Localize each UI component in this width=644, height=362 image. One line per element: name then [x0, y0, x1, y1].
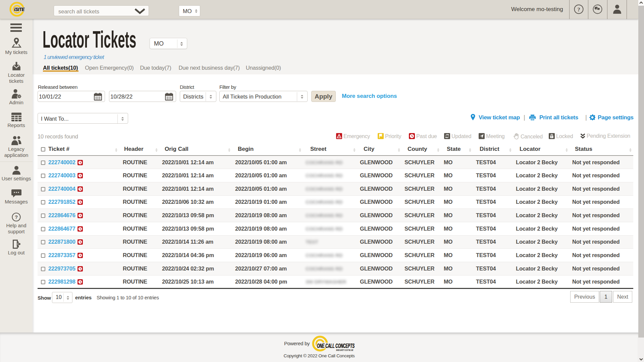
- svg-text:WHEN SAFETY IS ON THE LINE: WHEN SAFETY IS ON THE LINE: [336, 349, 353, 351]
- svg-text:ONE CALL CONCEPTS: ONE CALL CONCEPTS: [317, 342, 355, 349]
- svg-text:iSITE: iSITE: [14, 7, 25, 12]
- svg-text:?: ?: [577, 6, 580, 13]
- svg-text:?: ?: [15, 214, 18, 220]
